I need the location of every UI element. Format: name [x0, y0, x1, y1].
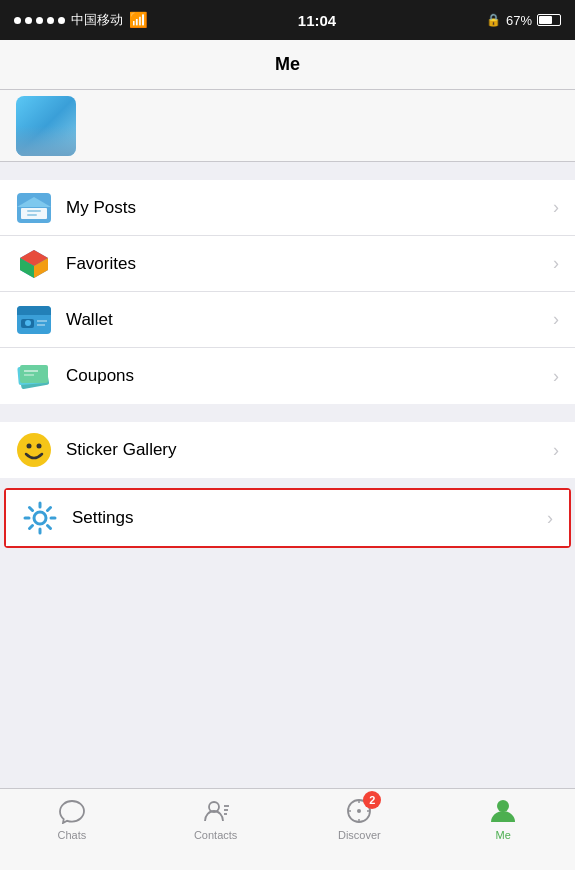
svg-line-32 [30, 526, 33, 529]
menu-item-settings[interactable]: Settings › [6, 490, 569, 546]
coupons-icon [16, 358, 52, 394]
carrier-label: 中国移动 [71, 11, 123, 29]
section-divider-3 [0, 478, 575, 488]
contacts-tab-icon [202, 797, 230, 825]
svg-point-38 [357, 809, 361, 813]
svg-line-31 [48, 508, 51, 511]
page-header: Me [0, 40, 575, 90]
menu-section-3: Settings › [4, 488, 571, 548]
menu-item-wallet[interactable]: Wallet › [0, 292, 575, 348]
me-tab-icon [489, 797, 517, 825]
my-posts-chevron: › [553, 197, 559, 218]
favorites-chevron: › [553, 253, 559, 274]
profile-strip[interactable] [0, 90, 575, 162]
svg-rect-11 [17, 311, 51, 315]
section-divider-1 [0, 162, 575, 180]
menu-section-1: My Posts › Favorites › [0, 180, 575, 404]
svg-point-21 [17, 433, 51, 467]
svg-point-23 [37, 444, 42, 449]
favorites-label: Favorites [66, 254, 553, 274]
status-bar: 中国移动 📶 11:04 🔒 67% [0, 0, 575, 40]
status-right: 🔒 67% [486, 13, 561, 28]
my-posts-label: My Posts [66, 198, 553, 218]
tab-bar: Chats Contacts 2 Di [0, 788, 575, 870]
page-title: Me [275, 54, 300, 75]
chats-tab-icon [58, 797, 86, 825]
tab-item-chats[interactable]: Chats [0, 797, 144, 841]
profile-avatar [16, 96, 76, 156]
favorites-icon [16, 246, 52, 282]
section-divider-2 [0, 404, 575, 422]
sticker-gallery-label: Sticker Gallery [66, 440, 553, 460]
tab-item-me[interactable]: Me [431, 797, 575, 841]
sticker-gallery-icon [16, 432, 52, 468]
signal-dots [14, 17, 65, 24]
menu-section-2: Sticker Gallery › [0, 422, 575, 478]
wallet-chevron: › [553, 309, 559, 330]
menu-item-sticker-gallery[interactable]: Sticker Gallery › [0, 422, 575, 478]
my-posts-icon [16, 190, 52, 226]
svg-line-30 [48, 526, 51, 529]
coupons-chevron: › [553, 366, 559, 387]
battery-percent: 67% [506, 13, 532, 28]
menu-item-favorites[interactable]: Favorites › [0, 236, 575, 292]
svg-point-24 [34, 512, 46, 524]
svg-rect-1 [21, 208, 47, 219]
wifi-icon: 📶 [129, 11, 148, 29]
lock-icon: 🔒 [486, 13, 501, 27]
sticker-gallery-chevron: › [553, 440, 559, 461]
svg-rect-3 [27, 210, 41, 212]
me-tab-label: Me [495, 829, 510, 841]
svg-point-22 [27, 444, 32, 449]
settings-icon [22, 500, 58, 536]
battery-icon [537, 14, 561, 26]
svg-point-43 [497, 800, 509, 812]
status-time: 11:04 [298, 12, 336, 29]
menu-item-coupons[interactable]: Coupons › [0, 348, 575, 404]
discover-tab-icon: 2 [345, 797, 373, 825]
svg-point-13 [25, 320, 31, 326]
wallet-icon [16, 302, 52, 338]
wallet-label: Wallet [66, 310, 553, 330]
status-left: 中国移动 📶 [14, 11, 148, 29]
discover-badge: 2 [363, 791, 381, 809]
coupons-label: Coupons [66, 366, 553, 386]
settings-label: Settings [72, 508, 547, 528]
svg-line-29 [30, 508, 33, 511]
discover-tab-label: Discover [338, 829, 381, 841]
settings-chevron: › [547, 508, 553, 529]
chats-tab-label: Chats [58, 829, 87, 841]
tab-item-discover[interactable]: 2 Discover [288, 797, 432, 841]
svg-rect-4 [27, 214, 37, 216]
contacts-tab-label: Contacts [194, 829, 237, 841]
menu-item-my-posts[interactable]: My Posts › [0, 180, 575, 236]
tab-item-contacts[interactable]: Contacts [144, 797, 288, 841]
svg-rect-18 [20, 365, 48, 383]
